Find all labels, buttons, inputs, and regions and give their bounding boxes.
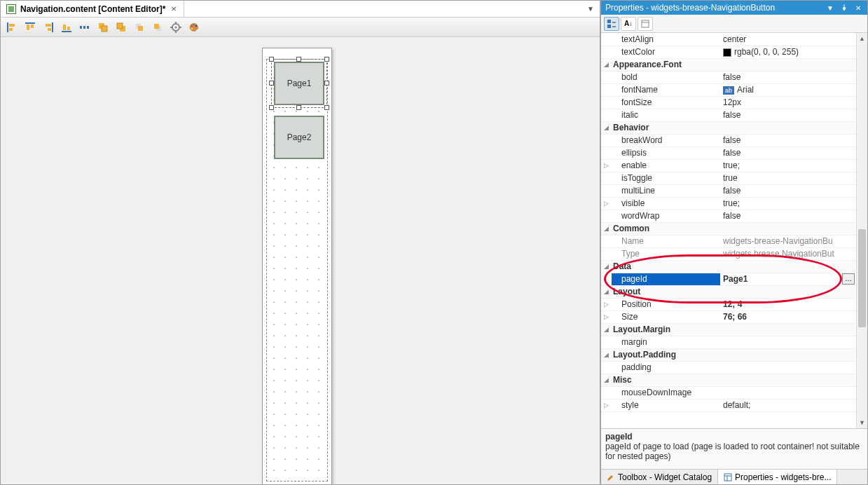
property-value[interactable]: true; — [720, 159, 867, 172]
property-row-style[interactable]: ▷styledefault; — [601, 399, 867, 411]
properties-header[interactable]: Properties - widgets-brease-NavigationBu… — [601, 1, 867, 15]
property-value[interactable]: false — [720, 134, 867, 146]
property-value[interactable]: 12; 4 — [720, 298, 867, 310]
align-right-button[interactable] — [40, 20, 57, 35]
property-row-isToggle[interactable]: isToggletrue — [601, 172, 867, 184]
settings-button[interactable] — [167, 20, 184, 35]
property-category-appearance-font[interactable]: ◢Appearance.Font — [601, 58, 867, 71]
property-row-multiLine[interactable]: multiLinefalse — [601, 184, 867, 197]
align-bottom-button[interactable] — [58, 20, 75, 35]
property-value[interactable] — [720, 58, 867, 71]
property-value[interactable]: default; — [720, 399, 867, 411]
expand-collapse-icon[interactable]: ◢ — [601, 121, 612, 134]
expand-collapse-icon[interactable]: ◢ — [601, 222, 612, 235]
editor-tab-navigation[interactable]: Navigation.content [Content Editor]* × — [1, 1, 184, 17]
property-row-textColor[interactable]: textColorrgba(0, 0, 0, 255) — [601, 46, 867, 58]
property-value[interactable]: center — [720, 33, 867, 46]
toolbox-tab[interactable]: Toolbox - Widget Catalog — [601, 470, 718, 484]
property-row-fontSize[interactable]: fontSize12px — [601, 96, 867, 109]
property-row-Position[interactable]: ▷Position12; 4 — [601, 298, 867, 310]
property-value[interactable]: widgets-brease-NavigationBu — [720, 235, 867, 247]
property-value[interactable]: false — [720, 71, 867, 83]
property-category-behavior[interactable]: ◢Behavior — [601, 121, 867, 134]
properties-grid[interactable]: textAligncentertextColorrgba(0, 0, 0, 25… — [601, 33, 867, 412]
expand-collapse-icon[interactable] — [601, 46, 612, 58]
navigation-button-page1[interactable]: Page1 — [274, 62, 324, 105]
property-value[interactable]: false — [720, 146, 867, 159]
property-value[interactable]: false — [720, 210, 867, 222]
property-row-Type[interactable]: Typewidgets.brease.NavigationBut — [601, 247, 867, 260]
expand-collapse-icon[interactable]: ▷ — [601, 197, 612, 210]
property-value[interactable] — [720, 361, 867, 374]
property-pages-button[interactable] — [638, 17, 653, 31]
distribute-button[interactable] — [76, 20, 93, 35]
property-row-fontName[interactable]: fontNameabArial — [601, 83, 867, 96]
property-row-breakWord[interactable]: breakWordfalse — [601, 134, 867, 146]
property-value[interactable] — [720, 336, 867, 348]
expand-collapse-icon[interactable] — [601, 146, 612, 159]
expand-collapse-icon[interactable]: ▷ — [601, 399, 612, 411]
expand-collapse-icon[interactable] — [601, 134, 612, 146]
property-value[interactable]: rgba(0, 0, 0, 255) — [720, 46, 867, 58]
expand-collapse-icon[interactable] — [601, 33, 612, 46]
align-top-button[interactable] — [22, 20, 39, 35]
expand-collapse-icon[interactable] — [601, 336, 612, 348]
scroll-down-icon[interactable]: ▼ — [857, 417, 867, 428]
property-row-wordWrap[interactable]: wordWrapfalse — [601, 210, 867, 222]
minimize-panel-icon[interactable]: ▼ — [825, 3, 835, 13]
property-row-Size[interactable]: ▷Size76; 66 — [601, 310, 867, 323]
property-row-italic[interactable]: italicfalse — [601, 109, 867, 121]
property-row-margin[interactable]: margin — [601, 336, 867, 348]
send-backward-button[interactable] — [149, 20, 166, 35]
expand-collapse-icon[interactable] — [601, 71, 612, 83]
expand-collapse-icon[interactable] — [601, 386, 612, 399]
property-value[interactable] — [720, 323, 867, 336]
send-to-back-button[interactable] — [113, 20, 130, 35]
property-value[interactable]: 76; 66 — [720, 310, 867, 323]
browse-value-button[interactable]: … — [842, 273, 855, 285]
properties-tab[interactable]: Properties - widgets-bre... — [718, 470, 837, 484]
categorized-view-button[interactable] — [604, 17, 619, 31]
property-value[interactable]: false — [720, 109, 867, 121]
close-tab-icon[interactable]: × — [170, 4, 178, 14]
property-category-common[interactable]: ◢Common — [601, 222, 867, 235]
property-row-bold[interactable]: boldfalse — [601, 71, 867, 83]
alphabetical-view-button[interactable]: A↓ — [621, 17, 636, 31]
property-category-layout[interactable]: ◢Layout — [601, 285, 867, 298]
property-row-ellipsis[interactable]: ellipsisfalse — [601, 146, 867, 159]
navigation-button-page2[interactable]: Page2 — [274, 116, 324, 159]
property-row-pageId[interactable]: pageIdPage1 — [601, 273, 867, 285]
property-value[interactable] — [720, 285, 867, 298]
property-category-misc[interactable]: ◢Misc — [601, 374, 867, 386]
property-row-visible[interactable]: ▷visibletrue; — [601, 197, 867, 210]
expand-collapse-icon[interactable]: ◢ — [601, 260, 612, 273]
property-category-data[interactable]: ◢Data — [601, 260, 867, 273]
property-row-Name[interactable]: Namewidgets-brease-NavigationBu — [601, 235, 867, 247]
expand-collapse-icon[interactable] — [601, 273, 612, 285]
expand-collapse-icon[interactable]: ◢ — [601, 58, 612, 71]
property-value[interactable]: false — [720, 184, 867, 197]
align-left-button[interactable] — [4, 20, 20, 35]
property-value[interactable] — [720, 222, 867, 235]
property-category-layout-padding[interactable]: ◢Layout.Padding — [601, 348, 867, 361]
expand-collapse-icon[interactable]: ◢ — [601, 323, 612, 336]
property-row-padding[interactable]: padding — [601, 361, 867, 374]
property-value[interactable] — [720, 374, 867, 386]
expand-collapse-icon[interactable]: ▷ — [601, 159, 612, 172]
property-row-mouseDownImage[interactable]: mouseDownImage — [601, 386, 867, 399]
pin-panel-icon[interactable] — [839, 3, 849, 13]
scroll-thumb[interactable] — [858, 229, 866, 327]
palette-button[interactable] — [186, 20, 202, 35]
bring-to-front-button[interactable] — [95, 20, 111, 35]
expand-collapse-icon[interactable]: ◢ — [601, 285, 612, 298]
property-value[interactable]: true — [720, 172, 867, 184]
property-row-textAlign[interactable]: textAligncenter — [601, 33, 867, 46]
expand-collapse-icon[interactable] — [601, 96, 612, 109]
expand-collapse-icon[interactable] — [601, 109, 612, 121]
expand-collapse-icon[interactable]: ◢ — [601, 348, 612, 361]
expand-collapse-icon[interactable] — [601, 235, 612, 247]
property-value[interactable] — [720, 348, 867, 361]
property-value[interactable]: 12px — [720, 96, 867, 109]
expand-collapse-icon[interactable] — [601, 184, 612, 197]
close-panel-icon[interactable]: ✕ — [853, 3, 863, 13]
